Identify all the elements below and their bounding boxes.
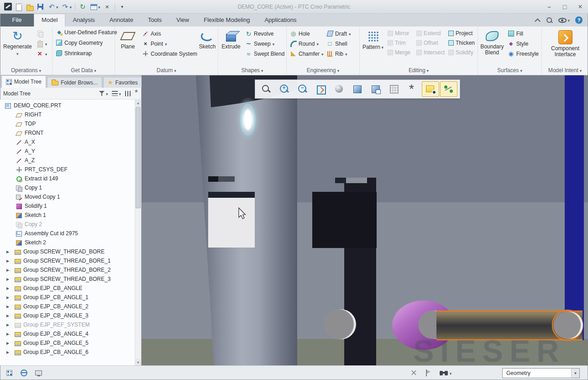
help-button[interactable] xyxy=(575,16,583,24)
thicken-button[interactable]: Thicken xyxy=(447,39,476,47)
freestyle-button[interactable]: Freestyle xyxy=(506,50,540,58)
sketch-button[interactable]: Sketch xyxy=(196,28,218,50)
extrude-button[interactable]: Extrude xyxy=(220,28,242,50)
tree-item[interactable]: TOP xyxy=(0,119,135,128)
save-button[interactable] xyxy=(36,2,46,12)
tree-settings-button[interactable] xyxy=(125,91,131,96)
tree-item[interactable]: Group EJP_CB_ANGLE_6 xyxy=(0,348,135,357)
tab-model-tree[interactable]: Model Tree xyxy=(1,75,46,88)
expand-arrow-icon[interactable] xyxy=(6,250,14,254)
tree-scrollbar[interactable] xyxy=(135,100,141,365)
creo-logo-button[interactable] xyxy=(3,2,13,12)
pin-sphere[interactable] xyxy=(324,309,354,339)
maximize-window-button[interactable] xyxy=(557,0,572,13)
regenerate-button[interactable]: Regenerate xyxy=(2,28,33,57)
tree-item[interactable]: Sketch 1 xyxy=(0,211,135,220)
tab-tools[interactable]: Tools xyxy=(141,14,169,26)
tab-annotate[interactable]: Annotate xyxy=(102,14,141,26)
delete-button[interactable] xyxy=(35,50,49,58)
tab-favorites[interactable]: Favorites xyxy=(103,77,142,88)
offset-button[interactable]: Offset xyxy=(415,39,445,47)
expand-arrow-icon[interactable] xyxy=(6,259,14,263)
chamfer-button[interactable]: Chamfer xyxy=(289,50,323,58)
trim-button[interactable]: Trim xyxy=(386,39,413,47)
drag-select-button[interactable] xyxy=(408,368,419,379)
tree-item[interactable]: Copy 1 xyxy=(0,183,135,192)
tab-file[interactable]: File xyxy=(0,14,34,26)
selected-face-highlight[interactable] xyxy=(208,192,255,248)
tree-item[interactable]: Group SCREW_THREAD_BORE_1 xyxy=(0,256,135,265)
tree-item[interactable]: Solidify 1 xyxy=(0,201,135,211)
tree-item[interactable]: Group SCREW_THREAD_BORE_2 xyxy=(0,265,135,274)
paste-button[interactable] xyxy=(35,40,49,48)
tree-item[interactable]: A_X xyxy=(0,137,135,147)
command-search-button[interactable] xyxy=(546,16,553,24)
saved-orientations-button[interactable] xyxy=(349,81,366,97)
expand-arrow-icon[interactable] xyxy=(6,341,14,345)
close-window-button[interactable] xyxy=(572,0,588,13)
shell-button[interactable]: Shell xyxy=(325,40,352,48)
browser-toggle-button[interactable] xyxy=(18,368,29,379)
tree-item[interactable]: Assembly Cut id 2975 xyxy=(0,229,135,238)
tree-item[interactable]: DEMO_CORE.PRT xyxy=(0,101,135,110)
tab-view[interactable]: View xyxy=(169,14,196,26)
mirror-button[interactable]: Mirror xyxy=(386,30,413,37)
tree-item[interactable]: Group EJP_CB_ANGLE_1 xyxy=(0,293,135,302)
scrollbar-thumb[interactable] xyxy=(136,107,141,208)
coordinate-system-button[interactable]: Coordinate System xyxy=(141,50,194,58)
pocket-face[interactable] xyxy=(312,192,377,248)
tree-item[interactable]: Group SCREW_THREAD_BORE xyxy=(0,247,135,256)
shrinkwrap-button[interactable]: Shrinkwrap xyxy=(54,49,93,57)
axis-button[interactable]: Axis xyxy=(141,30,194,37)
selection-filter-select[interactable]: Geometry xyxy=(502,368,580,378)
tree-item[interactable]: Group EJP_CB_ANGLE_5 xyxy=(0,338,135,348)
point-button[interactable]: Point xyxy=(141,40,194,48)
tree-filters-button[interactable] xyxy=(99,90,108,97)
close-window-button[interactable] xyxy=(102,2,112,12)
surfaces-group-label[interactable]: Surfaces xyxy=(478,66,541,75)
windows-button[interactable] xyxy=(89,2,101,12)
refit-button[interactable] xyxy=(312,81,330,97)
tree-item[interactable]: RIGHT xyxy=(0,110,135,119)
style-button[interactable]: Style xyxy=(506,40,540,48)
sweep-button[interactable]: Sweep xyxy=(244,40,286,48)
shapes-group-label[interactable]: Shapes xyxy=(218,66,286,75)
find-button[interactable] xyxy=(437,368,454,379)
fullscreen-toggle-button[interactable] xyxy=(33,368,44,379)
extend-button[interactable]: Extend xyxy=(415,30,445,37)
copy-geometry-button[interactable]: Copy Geometry xyxy=(54,39,104,47)
tree-item[interactable]: Group EJP_CB_ANGLE_2 xyxy=(0,302,135,311)
tree-item[interactable]: PRT_CSYS_DEF xyxy=(0,165,135,174)
tree-item[interactable]: FRONT xyxy=(0,128,135,137)
expand-arrow-icon[interactable] xyxy=(6,296,14,300)
open-file-button[interactable] xyxy=(25,2,35,12)
tree-item[interactable]: A_Z xyxy=(0,156,135,165)
expand-arrow-icon[interactable] xyxy=(6,286,14,290)
fill-button[interactable]: Fill xyxy=(506,30,540,37)
rib-button[interactable]: Rib xyxy=(325,50,352,58)
navigator-toggle-button[interactable] xyxy=(4,368,15,379)
expand-arrow-icon[interactable] xyxy=(6,314,14,318)
tab-model[interactable]: Model xyxy=(34,14,65,26)
tree-item[interactable]: Group EJP_CB_ANGLE xyxy=(0,284,135,293)
zoom-in-button[interactable] xyxy=(276,81,293,97)
minimize-ribbon-button[interactable] xyxy=(535,18,540,22)
tree-item[interactable]: Group EJP_REF_SYSTEM xyxy=(0,320,135,329)
project-button[interactable]: Project xyxy=(447,30,476,37)
view-manager-button[interactable] xyxy=(367,81,384,97)
revolve-button[interactable]: Revolve xyxy=(244,30,286,37)
tab-flexible-modeling[interactable]: Flexible Modeling xyxy=(196,14,257,26)
pattern-button[interactable]: Pattern xyxy=(362,28,384,51)
hole-button[interactable]: Hole xyxy=(289,30,323,37)
merge-button[interactable]: Merge xyxy=(386,49,413,56)
datum-display-button[interactable] xyxy=(404,81,421,97)
tree-item[interactable]: Group EJP_CB_ANGLE_3 xyxy=(0,311,135,320)
engineering-group-label[interactable]: Engineering xyxy=(287,66,359,75)
tree-display-button[interactable] xyxy=(112,90,121,97)
new-file-button[interactable] xyxy=(14,2,24,12)
zoom-region-button[interactable] xyxy=(257,81,275,97)
tree-item[interactable]: Moved Copy 1 xyxy=(0,192,135,201)
tab-folder-browser[interactable]: Folder Brows... xyxy=(47,77,102,88)
get-data-group-label[interactable]: Get Data xyxy=(52,66,115,75)
expand-arrow-icon[interactable] xyxy=(6,277,14,281)
